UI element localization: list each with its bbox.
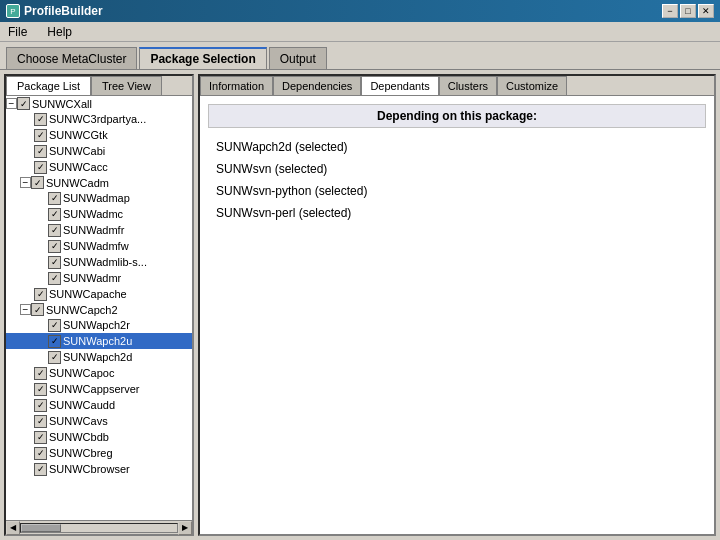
tree-expander xyxy=(20,462,34,476)
menu-help[interactable]: Help xyxy=(43,24,76,40)
window-controls: − □ ✕ xyxy=(662,4,714,18)
tree-item[interactable]: SUNWCbrowser xyxy=(6,461,192,477)
tree-checkbox[interactable] xyxy=(34,145,47,158)
tree-expander xyxy=(20,144,34,158)
tree-item[interactable]: −SUNWCXall xyxy=(6,96,192,111)
tree-item[interactable]: SUNWCapache xyxy=(6,286,192,302)
tree-checkbox[interactable] xyxy=(48,224,61,237)
tree-item-label: SUNWCbrowser xyxy=(49,463,130,475)
tree-item[interactable]: SUNWCappserver xyxy=(6,381,192,397)
close-button[interactable]: ✕ xyxy=(698,4,714,18)
tab-dependants[interactable]: Dependants xyxy=(361,76,438,95)
tree-item[interactable]: SUNWapch2r xyxy=(6,317,192,333)
tree-expander xyxy=(34,223,48,237)
tree-item[interactable]: SUNWadmr xyxy=(6,270,192,286)
horizontal-scrollbar[interactable]: ◀ ▶ xyxy=(6,520,192,534)
tree-item[interactable]: SUNWapch2d xyxy=(6,349,192,365)
tree-scroll[interactable]: −SUNWCXallSUNWC3rdpartya...SUNWCGtkSUNWC… xyxy=(6,96,192,520)
tree-expander xyxy=(20,128,34,142)
tree-item[interactable]: SUNWCaudd xyxy=(6,397,192,413)
tree-expander[interactable]: − xyxy=(20,177,31,188)
tree-expander xyxy=(34,334,48,348)
tree-checkbox[interactable] xyxy=(34,129,47,142)
tree-item-label: SUNWadmc xyxy=(63,208,123,220)
tree-item[interactable]: SUNWCavs xyxy=(6,413,192,429)
scroll-thumb[interactable] xyxy=(21,524,61,532)
tree-checkbox[interactable] xyxy=(48,256,61,269)
tab-output[interactable]: Output xyxy=(269,47,327,69)
tree-checkbox[interactable] xyxy=(48,319,61,332)
tree-item[interactable]: SUNWadmap xyxy=(6,190,192,206)
content-area: Package List Tree View −SUNWCXallSUNWC3r… xyxy=(0,70,720,540)
tree-checkbox[interactable] xyxy=(34,367,47,380)
tree-expander xyxy=(20,287,34,301)
tree-checkbox[interactable] xyxy=(34,383,47,396)
tree-expander xyxy=(34,191,48,205)
tree-item-label: SUNWC3rdpartya... xyxy=(49,113,146,125)
tree-item-label: SUNWapch2r xyxy=(63,319,130,331)
app-icon: P xyxy=(6,4,20,18)
tree-checkbox[interactable] xyxy=(34,113,47,126)
tree-expander xyxy=(20,446,34,460)
left-panel: Package List Tree View −SUNWCXallSUNWC3r… xyxy=(4,74,194,536)
tree-checkbox[interactable] xyxy=(34,161,47,174)
tree-checkbox[interactable] xyxy=(48,351,61,364)
tree-expander xyxy=(34,350,48,364)
tree-checkbox[interactable] xyxy=(48,240,61,253)
tree-item[interactable]: SUNWadmlib-s... xyxy=(6,254,192,270)
minimize-button[interactable]: − xyxy=(662,4,678,18)
tree-expander[interactable]: − xyxy=(6,98,17,109)
tree-checkbox[interactable] xyxy=(48,272,61,285)
tree-item[interactable]: SUNWapch2u xyxy=(6,333,192,349)
tree-item[interactable]: −SUNWCadm xyxy=(6,175,192,190)
tree-checkbox[interactable] xyxy=(34,447,47,460)
dependants-header: Depending on this package: xyxy=(208,104,706,128)
scroll-left-btn[interactable]: ◀ xyxy=(6,521,20,535)
tree-item[interactable]: SUNWCacc xyxy=(6,159,192,175)
tree-checkbox[interactable] xyxy=(48,192,61,205)
tree-item-label: SUNWCbreg xyxy=(49,447,113,459)
tree-item[interactable]: −SUNWCapch2 xyxy=(6,302,192,317)
tree-item-label: SUNWapch2d xyxy=(63,351,132,363)
tree-item[interactable]: SUNWCbreg xyxy=(6,445,192,461)
tree-expander[interactable]: − xyxy=(20,304,31,315)
tree-item[interactable]: SUNWadmfr xyxy=(6,222,192,238)
tree-item-label: SUNWCaudd xyxy=(49,399,115,411)
tree-checkbox[interactable] xyxy=(31,176,44,189)
scroll-track[interactable] xyxy=(20,523,178,533)
menu-file[interactable]: File xyxy=(4,24,31,40)
tree-item[interactable]: SUNWCGtk xyxy=(6,127,192,143)
tree-checkbox[interactable] xyxy=(34,431,47,444)
dep-item-1: SUNWsvn (selected) xyxy=(208,158,706,180)
tree-checkbox[interactable] xyxy=(34,415,47,428)
tab-customize[interactable]: Customize xyxy=(497,76,567,95)
tree-item-label: SUNWCadm xyxy=(46,177,109,189)
dep-item-2: SUNWsvn-python (selected) xyxy=(208,180,706,202)
tree-expander xyxy=(34,207,48,221)
tree-checkbox[interactable] xyxy=(17,97,30,110)
tab-clusters[interactable]: Clusters xyxy=(439,76,497,95)
tree-item[interactable]: SUNWadmfw xyxy=(6,238,192,254)
dep-item-0: SUNWapch2d (selected) xyxy=(208,136,706,158)
tree-item[interactable]: SUNWCapoc xyxy=(6,365,192,381)
tree-item[interactable]: SUNWadmc xyxy=(6,206,192,222)
tree-checkbox[interactable] xyxy=(48,208,61,221)
tree-item[interactable]: SUNWCabi xyxy=(6,143,192,159)
tree-item[interactable]: SUNWCbdb xyxy=(6,429,192,445)
tab-dependencies[interactable]: Dependencies xyxy=(273,76,361,95)
tree-checkbox[interactable] xyxy=(34,288,47,301)
tab-tree-view[interactable]: Tree View xyxy=(91,76,162,95)
tree-checkbox[interactable] xyxy=(34,399,47,412)
tab-information[interactable]: Information xyxy=(200,76,273,95)
tree-checkbox[interactable] xyxy=(31,303,44,316)
tree-item[interactable]: SUNWC3rdpartya... xyxy=(6,111,192,127)
tab-package-selection[interactable]: Package Selection xyxy=(139,47,266,69)
scroll-right-btn[interactable]: ▶ xyxy=(178,521,192,535)
tree-expander xyxy=(20,160,34,174)
tab-choose-meta[interactable]: Choose MetaCluster xyxy=(6,47,137,69)
maximize-button[interactable]: □ xyxy=(680,4,696,18)
tree-checkbox[interactable] xyxy=(48,335,61,348)
dependants-list: SUNWapch2d (selected) SUNWsvn (selected)… xyxy=(208,136,706,224)
tree-checkbox[interactable] xyxy=(34,463,47,476)
tab-package-list[interactable]: Package List xyxy=(6,76,91,95)
